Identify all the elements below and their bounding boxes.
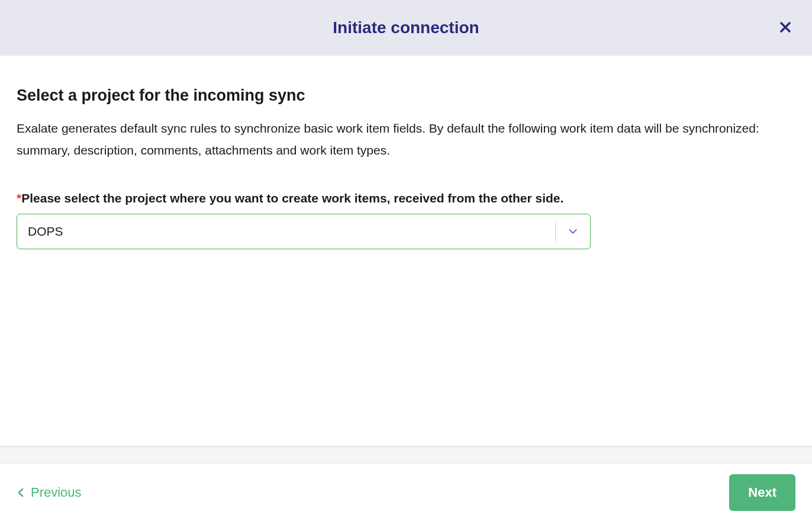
project-field-label: *Please select the project where you wan… xyxy=(17,191,795,205)
chevron-down-icon xyxy=(566,225,579,238)
modal-content: Select a project for the incoming sync E… xyxy=(0,56,812,446)
previous-label: Previous xyxy=(31,485,82,500)
section-title: Select a project for the incoming sync xyxy=(17,86,795,105)
modal-title: Initiate connection xyxy=(333,18,479,37)
project-select-value: DOPS xyxy=(28,224,548,239)
next-label: Next xyxy=(748,485,776,500)
modal-header: Initiate connection xyxy=(0,0,812,56)
required-asterisk: * xyxy=(17,191,21,205)
modal-footer: Previous Next xyxy=(0,463,812,521)
section-description: Exalate generates default sync rules to … xyxy=(17,118,795,162)
next-button[interactable]: Next xyxy=(729,474,795,511)
close-icon xyxy=(780,20,791,36)
close-button[interactable] xyxy=(775,15,795,41)
previous-button[interactable]: Previous xyxy=(17,485,82,500)
project-select[interactable]: DOPS xyxy=(17,214,591,249)
chevron-left-icon xyxy=(17,487,25,499)
footer-gap xyxy=(0,446,812,463)
project-select-wrapper: DOPS xyxy=(17,214,591,249)
select-divider xyxy=(555,221,556,242)
